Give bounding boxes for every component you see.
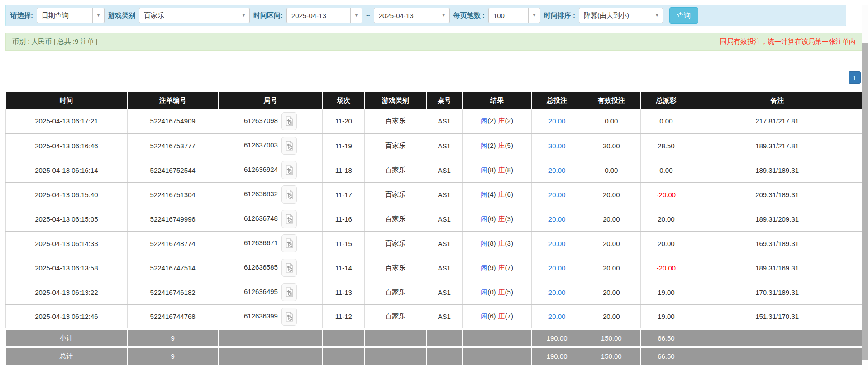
- player-points: (8): [487, 239, 496, 247]
- notice-text: 同局有效投注，统一计算在该局第一张注单内: [720, 38, 856, 46]
- payout-cell: -20.00: [640, 182, 692, 207]
- video-replay-button[interactable]: [281, 137, 297, 155]
- subtotal-total-bet: 190.00: [532, 329, 582, 347]
- table-row: 2025-04-13 06:14:33 522416748774 6126366…: [6, 231, 863, 256]
- video-replay-button[interactable]: [281, 161, 297, 179]
- video-replay-button[interactable]: [281, 185, 297, 204]
- total-bet-link[interactable]: 20.00: [548, 264, 566, 272]
- video-file-icon: [285, 116, 293, 126]
- total-bet-cell: 30.00: [532, 133, 582, 158]
- column-header-table: 桌号: [426, 92, 463, 109]
- round-id-cell: 612636832: [218, 182, 323, 207]
- payout-cell: 20.00: [640, 231, 692, 256]
- table-header: 时间 注单编号 局号 场次 游戏类别 桌号 结果 总投注 有效投注 总派彩 备注: [6, 92, 863, 109]
- date-to-select[interactable]: 2025-04-13 ▼: [374, 8, 450, 23]
- remark-cell: 169.31/189.31: [692, 231, 863, 256]
- payout-cell: 19.00: [640, 304, 692, 329]
- game-type-cell: 百家乐: [365, 133, 426, 158]
- filter-bar: 请选择: 日期查询 ▼ 游戏类别 百家乐 ▼ 时间区间: 2025-04-13 …: [5, 5, 846, 26]
- video-file-icon: [285, 287, 293, 297]
- valid-bet-cell: 0.00: [582, 158, 640, 182]
- total-bet-link[interactable]: 20.00: [548, 240, 566, 247]
- date-from-select[interactable]: 2025-04-13 ▼: [286, 8, 362, 23]
- table-row: 2025-04-13 06:17:21 522416754909 6126370…: [6, 109, 863, 133]
- total-bet-link[interactable]: 30.00: [548, 142, 566, 150]
- subtotal-payout: 66.50: [640, 329, 692, 347]
- round-id-cell: 612636671: [218, 231, 323, 256]
- valid-bet-cell: 20.00: [582, 207, 640, 231]
- result-cell: 闲(0)庄(5): [462, 280, 531, 304]
- round-id-cell: 612637098: [218, 109, 323, 133]
- table-body: 2025-04-13 06:17:21 522416754909 6126370…: [6, 109, 863, 329]
- total-bet-cell: 20.00: [532, 231, 582, 256]
- remark-cell: 170.31/189.31: [692, 280, 863, 304]
- video-replay-button[interactable]: [281, 259, 297, 277]
- banker-result: 庄: [498, 288, 505, 296]
- remark-cell: 189.31/217.81: [692, 133, 863, 158]
- bet-id-cell: 522416747514: [127, 256, 218, 280]
- round-id-text: 612637098: [244, 117, 278, 124]
- game-type-value: 百家乐: [144, 11, 164, 20]
- player-result: 闲: [481, 190, 487, 198]
- betting-records-page: 请选择: 日期查询 ▼ 游戏类别 百家乐 ▼ 时间区间: 2025-04-13 …: [0, 5, 868, 370]
- date-from-value: 2025-04-13: [291, 12, 326, 19]
- banker-points: (8): [505, 166, 513, 174]
- session-cell: 11-17: [323, 182, 365, 207]
- video-replay-button[interactable]: [281, 308, 297, 326]
- scrollbar[interactable]: [862, 5, 868, 370]
- player-points: (0): [487, 288, 496, 296]
- total-empty: [218, 347, 323, 365]
- result-cell: 闲(9)庄(7): [462, 256, 531, 280]
- time-sort-select[interactable]: 降冪(由大到小) ▼: [579, 8, 663, 23]
- bet-id-cell: 522416748774: [127, 231, 218, 256]
- chevron-down-icon: ▼: [651, 8, 663, 23]
- game-type-cell: 百家乐: [365, 109, 426, 133]
- query-type-select[interactable]: 日期查询 ▼: [37, 8, 105, 23]
- total-bet-link[interactable]: 20.00: [548, 289, 566, 296]
- player-result: 闲: [481, 288, 487, 296]
- time-cell: 2025-04-13 06:12:46: [6, 304, 128, 329]
- table-number-cell: AS1: [426, 158, 463, 182]
- total-bet-link[interactable]: 20.00: [548, 166, 566, 174]
- table-footer: 小计 9 190.00 150.00 66.50 总计 9: [6, 329, 863, 365]
- session-cell: 11-15: [323, 231, 365, 256]
- video-replay-button[interactable]: [281, 283, 297, 301]
- time-cell: 2025-04-13 06:15:40: [6, 182, 128, 207]
- game-type-select[interactable]: 百家乐 ▼: [139, 8, 250, 23]
- table-row: 2025-04-13 06:16:14 522416752544 6126369…: [6, 158, 863, 182]
- total-label: 总计: [6, 347, 128, 365]
- scrollbar-thumb[interactable]: [862, 43, 868, 360]
- time-cell: 2025-04-13 06:16:14: [6, 158, 128, 182]
- time-cell: 2025-04-13 06:14:33: [6, 231, 128, 256]
- page-1-button[interactable]: 1: [849, 71, 861, 84]
- total-bet-link[interactable]: 20.00: [548, 191, 566, 199]
- column-header-bet-id: 注单编号: [127, 92, 218, 109]
- round-id-text: 612636924: [244, 166, 278, 173]
- valid-bet-cell: 30.00: [582, 133, 640, 158]
- total-bet-link[interactable]: 20.00: [548, 313, 566, 320]
- table-number-cell: AS1: [426, 280, 463, 304]
- video-replay-button[interactable]: [281, 210, 297, 228]
- table-row: 2025-04-13 06:12:46 522416744768 6126363…: [6, 304, 863, 329]
- session-cell: 11-12: [323, 304, 365, 329]
- table-number-cell: AS1: [426, 182, 463, 207]
- bet-id-cell: 522416746182: [127, 280, 218, 304]
- query-type-value: 日期查询: [42, 11, 69, 20]
- table-number-cell: AS1: [426, 304, 463, 329]
- search-button[interactable]: 查询: [669, 7, 698, 24]
- column-header-time: 时间: [6, 92, 128, 109]
- subtotal-empty: [218, 329, 323, 347]
- page-size-select[interactable]: 100 ▼: [488, 8, 540, 23]
- result-cell: 闲(2)庄(2): [462, 109, 531, 133]
- total-count: 9: [127, 347, 218, 365]
- banker-result: 庄: [498, 312, 505, 320]
- video-replay-button[interactable]: [281, 112, 297, 130]
- total-bet-link[interactable]: 20.00: [548, 215, 566, 223]
- result-cell: 闲(4)庄(6): [462, 182, 531, 207]
- total-empty: [462, 347, 531, 365]
- bet-id-cell: 522416744768: [127, 304, 218, 329]
- video-replay-button[interactable]: [281, 234, 297, 252]
- total-bet-link[interactable]: 20.00: [548, 117, 566, 125]
- remark-cell: 189.31/189.31: [692, 158, 863, 182]
- remark-cell: 189.31/209.31: [692, 207, 863, 231]
